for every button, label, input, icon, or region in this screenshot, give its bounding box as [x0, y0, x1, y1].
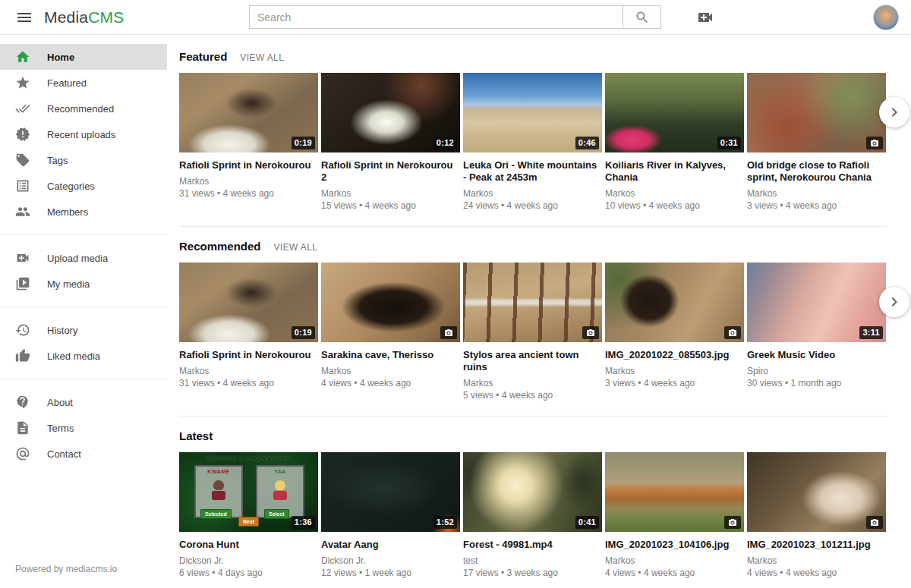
media-card[interactable]: 3:11Greek Music VideoSpiro30 views • 1 m… [747, 263, 886, 401]
sidebar-item-categories[interactable]: Categories [0, 173, 167, 199]
media-title: IMG_20201023_104106.jpg [605, 539, 744, 551]
media-card[interactable]: Sarakina cave, TherissoMarkos4 views • 4… [321, 263, 460, 401]
section-header-latest: Latest [179, 429, 911, 442]
media-views-age: 3 views • 4 weeks ago [605, 377, 744, 389]
sidebar-item-label: Recent uploads [47, 129, 115, 140]
media-thumbnail: 1:52 [321, 452, 460, 532]
section-header-recommended: RecommendedVIEW ALL [179, 240, 911, 253]
game-character-sprite [273, 480, 287, 500]
media-title: Leuka Ori - White mountains - Peak at 24… [463, 159, 602, 184]
email-icon [15, 446, 30, 461]
media-card[interactable]: 0:31Koiliaris River in Kalyves, ChaniaMa… [605, 73, 744, 212]
media-card[interactable]: 0:12Rafioli Sprint in Nerokourou 2Markos… [321, 73, 460, 212]
media-title: Avatar Aang [321, 539, 460, 551]
media-views-age: 4 views • 4 weeks ago [747, 567, 886, 579]
media-author: Dickson Jr. [321, 555, 460, 567]
app-logo[interactable]: MediaCMS [44, 8, 124, 27]
sidebar-item-label: Recommended [47, 103, 114, 115]
sidebar-item-label: Members [47, 206, 88, 218]
next-page-button[interactable] [879, 287, 909, 317]
duration-badge: 3:11 [859, 326, 883, 339]
search-input[interactable] [249, 5, 623, 29]
media-card[interactable]: IMG_20201022_085503.jpgMarkos3 views • 4… [605, 263, 744, 401]
media-author: Markos [463, 188, 602, 200]
sidebar-item-terms[interactable]: Terms [0, 415, 167, 441]
user-avatar[interactable] [873, 5, 899, 30]
media-author: Markos [747, 555, 886, 567]
sidebar-item-recent-uploads[interactable]: Recent uploads [0, 121, 167, 147]
media-views-age: 31 views • 4 weeks ago [179, 187, 318, 200]
view-all-link[interactable]: VIEW ALL [240, 52, 284, 63]
sidebar-item-about[interactable]: About [0, 389, 167, 415]
search-button[interactable] [623, 5, 661, 29]
duration-badge: 1:52 [433, 516, 457, 529]
media-title: IMG_20201022_085503.jpg [605, 349, 744, 361]
media-row: 0:19Rafioli Sprint in NerokourouMarkos31… [179, 73, 887, 212]
sidebar-item-recommended[interactable]: Recommended [0, 96, 167, 121]
media-title: Rafioli Sprint in Nerokourou 2 [321, 159, 460, 184]
camera-icon [724, 516, 741, 529]
game-character-name: YAA [257, 469, 303, 474]
view-all-link[interactable]: VIEW ALL [274, 242, 318, 253]
media-card[interactable]: 0:41Forest - 49981.mp4test17 views • 3 w… [463, 452, 602, 579]
done-all-icon [15, 101, 30, 116]
chevron-right-icon [885, 103, 903, 121]
game-select-button: Select [264, 509, 289, 519]
main-content: FeaturedVIEW ALL0:19Rafioli Sprint in Ne… [167, 35, 911, 579]
camera-icon [866, 137, 883, 149]
hamburger-menu-icon[interactable] [15, 8, 33, 27]
media-card[interactable]: CHOOSE A CHARACTERKWAMEYAASelectedNextSe… [179, 452, 318, 579]
media-card[interactable]: Old bridge close to Rafioli sprint, Nero… [747, 73, 886, 212]
upload-media-icon[interactable] [695, 8, 715, 27]
media-author: Markos [605, 555, 744, 567]
media-author: Markos [747, 188, 886, 200]
logo-media: Media [44, 8, 88, 26]
sidebar-item-members[interactable]: Members [0, 199, 167, 225]
game-selected-button: Selected [200, 509, 232, 519]
duration-badge: 0:19 [292, 326, 315, 339]
media-thumbnail: 0:41 [463, 452, 602, 532]
sidebar-item-upload-media[interactable]: Upload media [0, 245, 167, 271]
media-row: CHOOSE A CHARACTERKWAMEYAASelectedNextSe… [179, 452, 887, 579]
sidebar-item-label: History [47, 325, 77, 336]
sidebar-item-my-media[interactable]: My media [0, 271, 167, 297]
media-card[interactable]: 0:19Rafioli Sprint in NerokourouMarkos31… [179, 263, 318, 401]
sidebar-item-contact[interactable]: Contact [0, 441, 167, 467]
search-bar [249, 5, 661, 29]
media-card[interactable]: IMG_20201023_104106.jpgMarkos4 views • 4… [605, 452, 744, 579]
duration-badge: 0:12 [433, 137, 457, 149]
media-thumbnail [605, 452, 744, 532]
sidebar-item-label: Liked media [47, 351, 100, 362]
sidebar-item-liked-media[interactable]: Liked media [0, 343, 167, 369]
media-views-age: 15 views • 4 weeks ago [321, 200, 460, 212]
sidebar-item-home[interactable]: Home [0, 44, 167, 70]
camera-icon [582, 326, 599, 339]
next-page-button[interactable] [879, 97, 909, 127]
media-card[interactable]: Stylos area ancient town ruinsMarkos5 vi… [463, 263, 602, 401]
media-card[interactable]: IMG_20201023_101211.jpgMarkos4 views • 4… [747, 452, 886, 579]
media-card[interactable]: 0:19Rafioli Sprint in NerokourouMarkos31… [179, 73, 318, 212]
duration-badge: 0:41 [575, 516, 599, 529]
media-row: 0:19Rafioli Sprint in NerokourouMarkos31… [179, 263, 887, 401]
sidebar-item-label: Contact [47, 448, 81, 460]
sidebar-item-label: About [47, 397, 73, 408]
sidebar-item-featured[interactable]: Featured [0, 70, 167, 96]
media-views-age: 5 views • 4 weeks ago [463, 389, 602, 401]
media-title: Sarakina cave, Therisso [321, 349, 460, 361]
media-card[interactable]: 1:52Avatar AangDickson Jr.12 views • 1 w… [321, 452, 460, 579]
members-icon [15, 204, 30, 219]
section-title: Recommended [179, 240, 261, 253]
media-title: Corona Hunt [179, 539, 318, 551]
media-author: Markos [321, 366, 460, 377]
duration-badge: 0:31 [717, 137, 741, 149]
media-title: Forest - 49981.mp4 [463, 539, 602, 551]
sidebar-item-tags[interactable]: Tags [0, 147, 167, 173]
media-card[interactable]: 0:46Leuka Ori - White mountains - Peak a… [463, 73, 602, 212]
sidebar-item-history[interactable]: History [0, 317, 167, 343]
media-author: Spiro [747, 366, 886, 377]
game-next-button: Next [238, 517, 259, 527]
search-icon [635, 10, 650, 25]
media-thumbnail: 3:11 [747, 263, 886, 342]
video-library-icon [15, 276, 30, 291]
media-thumbnail: 0:12 [321, 73, 460, 153]
